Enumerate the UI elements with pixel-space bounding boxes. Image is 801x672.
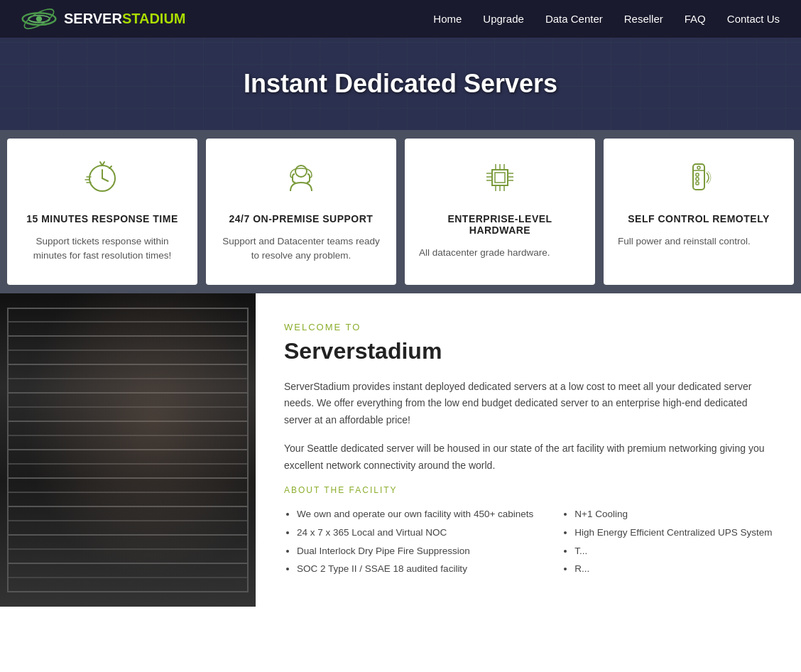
about-content: WELCOME TO Serverstadium ServerStadium p… [256, 293, 801, 607]
svg-line-9 [109, 166, 111, 168]
svg-point-30 [697, 166, 700, 169]
svg-point-13 [295, 166, 307, 177]
svg-rect-31 [696, 173, 699, 176]
about-section: WELCOME TO Serverstadium ServerStadium p… [0, 293, 801, 607]
feature-title-remote: SELF CONTROL REMOTELY [618, 213, 780, 224]
facility-item: T... [574, 542, 772, 560]
feature-card-response: 15 MINUTES RESPONSE TIME Support tickets… [7, 139, 197, 285]
feature-title-response: 15 MINUTES RESPONSE TIME [21, 213, 183, 224]
feature-title-support: 24/7 ON-PREMISE SUPPORT [220, 213, 382, 224]
feature-desc-hardware: All datacenter grade hardware. [419, 246, 550, 260]
facility-item: SOC 2 Type II / SSAE 18 audited facility [297, 560, 533, 578]
nav-upgrade[interactable]: Upgrade [483, 13, 524, 25]
feature-desc-support: Support and Datacenter teams ready to re… [220, 234, 382, 264]
logo: SERVERSTADIUM [21, 6, 186, 33]
facility-item: We own and operate our own facility with… [297, 505, 533, 524]
nav-home[interactable]: Home [433, 13, 462, 25]
svg-line-6 [102, 178, 108, 181]
remote-icon [681, 160, 716, 202]
hero-section: Instant Dedicated Servers [0, 38, 801, 130]
feature-card-support: 24/7 ON-PREMISE SUPPORT Support and Data… [206, 139, 396, 285]
feature-card-hardware: ENTERPRISE-LEVEL HARDWARE All datacenter… [405, 139, 595, 285]
logo-text: SERVERSTADIUM [64, 11, 186, 27]
person-overlay [0, 293, 256, 607]
nav-reseller[interactable]: Reseller [624, 13, 663, 25]
about-desc-1: ServerStadium provides instant deployed … [284, 379, 773, 429]
facility-item: R... [574, 560, 772, 578]
svg-point-2 [36, 16, 42, 21]
svg-rect-32 [696, 178, 699, 180]
svg-rect-28 [693, 164, 704, 190]
features-section: 15 MINUTES RESPONSE TIME Support tickets… [0, 130, 801, 293]
facility-item: N+1 Cooling [574, 505, 772, 524]
feature-desc-response: Support tickets response within minutes … [21, 234, 183, 264]
hero-title: Instant Dedicated Servers [244, 69, 557, 99]
feature-card-remote: SELF CONTROL REMOTELY Full power and rei… [604, 139, 794, 285]
svg-rect-33 [696, 182, 699, 185]
facility-label: ABOUT THE FACILITY [284, 485, 773, 495]
nav-contact[interactable]: Contact Us [727, 13, 780, 25]
header: SERVERSTADIUM Home Upgrade Data Center R… [0, 0, 801, 38]
facility-item: Dual Interlock Dry Pipe Fire Suppression [297, 542, 533, 560]
nav-faq[interactable]: FAQ [685, 13, 706, 25]
nav-data-center[interactable]: Data Center [545, 13, 603, 25]
welcome-label: WELCOME TO [284, 322, 773, 332]
main-nav: Home Upgrade Data Center Reseller FAQ Co… [433, 13, 780, 25]
facility-item: High Energy Efficient Centralized UPS Sy… [574, 524, 772, 542]
about-desc-2: Your Seattle dedicated server will be ho… [284, 440, 773, 475]
facility-list-left: We own and operate our own facility with… [284, 505, 533, 578]
clock-icon [85, 160, 120, 202]
facility-columns: We own and operate our own facility with… [284, 505, 773, 578]
about-image [0, 293, 256, 607]
svg-rect-15 [495, 173, 505, 183]
facility-item: 24 x 7 x 365 Local and Virtual NOC [297, 524, 533, 542]
logo-icon [21, 6, 57, 33]
feature-title-hardware: ENTERPRISE-LEVEL HARDWARE [419, 213, 581, 236]
chip-icon [482, 160, 518, 202]
feature-desc-remote: Full power and reinstall control. [618, 234, 751, 249]
facility-list-right: N+1 Cooling High Energy Efficient Centra… [562, 505, 772, 578]
about-title: Serverstadium [284, 338, 773, 364]
support-icon [283, 160, 319, 202]
